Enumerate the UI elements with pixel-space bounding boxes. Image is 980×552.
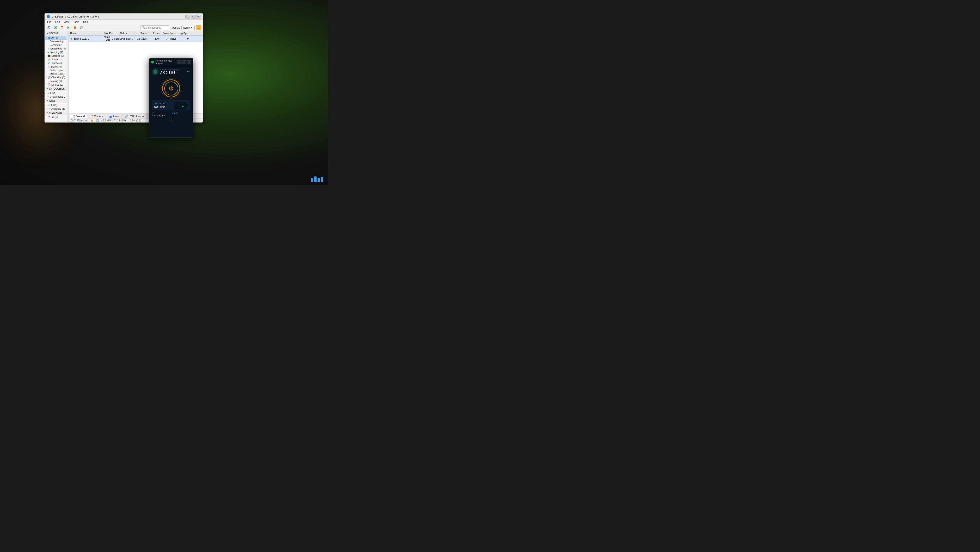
close-button[interactable]: ✕ bbox=[196, 15, 201, 19]
lock-button[interactable]: 🔒 bbox=[196, 25, 201, 30]
sidebar-item-tracker-all[interactable]: 📍All (1) bbox=[45, 115, 67, 119]
pia-map-location-dot bbox=[182, 106, 183, 107]
sidebar: ▼ STATUS 🔷All (1) ↓Downloading... ↑Seedi… bbox=[45, 31, 69, 122]
menu-tools[interactable]: Tools bbox=[72, 20, 80, 24]
sidebar-item-moving[interactable]: ↪Moving (0) bbox=[45, 79, 67, 83]
svg-text:P: P bbox=[155, 71, 156, 73]
resume-button[interactable] bbox=[65, 25, 72, 30]
sidebar-item-checking[interactable]: 🔄Checking (0) bbox=[45, 76, 67, 79]
svg-rect-7 bbox=[174, 102, 186, 109]
torrent-up-speed: 0 bbox=[178, 37, 190, 41]
sidebar-item-stopped[interactable]: ⬛Stopped (0) bbox=[45, 54, 67, 58]
menu-view[interactable]: View bbox=[63, 20, 70, 24]
bar-icon-1 bbox=[311, 178, 313, 182]
pia-window: Private Internet Access — □ ✕ P bbox=[149, 58, 193, 137]
progress-bar bbox=[111, 38, 111, 40]
sidebar-status-header[interactable]: ▼ STATUS bbox=[45, 31, 67, 36]
pia-server-chevron-icon: › bbox=[187, 104, 188, 107]
sidebar-item-completed[interactable]: ✓Completed (0) bbox=[45, 47, 67, 51]
sidebar-item-cat-all[interactable]: ≡All (1) bbox=[45, 91, 67, 95]
search-box: 🔍 bbox=[140, 26, 169, 30]
restore-button[interactable]: □ bbox=[191, 15, 196, 19]
svg-rect-4 bbox=[75, 26, 76, 29]
add-torrent-button[interactable] bbox=[52, 25, 58, 30]
torrent-name: ▼ gimp-2.10.3.... bbox=[69, 37, 102, 41]
fire-icon: 🔥 bbox=[90, 119, 93, 122]
bar-icon-4 bbox=[321, 177, 323, 182]
desktop: D: 3.6 MiB/s, U: 0 B/s | qBittorrent v5.… bbox=[0, 0, 328, 185]
sidebar-item-errored[interactable]: 🚫Errored (0) bbox=[45, 83, 67, 86]
pia-titlebar: Private Internet Access — □ ✕ bbox=[149, 58, 193, 66]
sidebar-item-inactive[interactable]: 💤Inactive (0) bbox=[45, 61, 67, 65]
pia-close-button[interactable]: ✕ bbox=[187, 61, 191, 64]
menu-bar: File Edit View Tools Help bbox=[45, 20, 203, 24]
table-row[interactable]: ▼ gimp-2.10.3.... 323.0 MiB 19.2% Downlo… bbox=[69, 35, 203, 42]
pia-power-area: ⏻ bbox=[162, 79, 180, 97]
sidebar-categories-header[interactable]: ▼ CATEGORIES bbox=[45, 86, 67, 91]
pia-brand-text: Private Internet ACCESS bbox=[160, 69, 180, 74]
remove-torrent-button[interactable] bbox=[59, 25, 65, 30]
pia-expand-button[interactable]: ⌄ bbox=[152, 117, 190, 124]
sidebar-item-tag-all[interactable]: 🏷All (1) bbox=[45, 104, 67, 107]
torrent-down-speed: 3.7 MiB/s bbox=[161, 37, 178, 41]
sidebar-trackers-header[interactable]: ▼ TRACKERS bbox=[45, 111, 67, 115]
pia-power-button[interactable]: ⏻ bbox=[164, 81, 178, 96]
pia-minimize-button[interactable]: — bbox=[177, 61, 181, 64]
pia-menu-button[interactable]: ⋯ bbox=[187, 70, 190, 73]
filter-by-select[interactable]: Name bbox=[181, 26, 194, 30]
sidebar-item-active[interactable]: ⚡Active (1) bbox=[45, 58, 67, 61]
sidebar-item-stalled-download[interactable]: ↓Stalled Dow... bbox=[45, 72, 67, 76]
sidebar-item-all[interactable]: 🔷All (1) bbox=[45, 36, 67, 40]
pia-logo-area: P Private Internet ACCESS ⋯ bbox=[152, 68, 190, 75]
filter-area: 🔍 Filter by: Name 🔒 bbox=[140, 25, 201, 30]
pia-brand-large: ACCESS bbox=[160, 71, 180, 74]
search-input[interactable] bbox=[146, 26, 170, 29]
pia-server-label: VPN SERVER bbox=[154, 103, 172, 105]
header-status[interactable]: Status bbox=[118, 31, 135, 35]
sidebar-item-tag-untagged[interactable]: 🏷Untagged (1) bbox=[45, 107, 67, 111]
torrent-size: 323.0 MiB bbox=[104, 36, 110, 41]
qbt-titlebar: D: 3.6 MiB/s, U: 0 B/s | qBittorrent v5.… bbox=[45, 13, 203, 20]
header-up-speed[interactable]: Up Sp... bbox=[178, 31, 190, 35]
settings-button[interactable] bbox=[78, 25, 84, 30]
header-down-speed[interactable]: Down Speed bbox=[161, 31, 178, 35]
tab-http-sources[interactable]: 🔗 HTTP Sources bbox=[122, 114, 147, 118]
filter-by-label: Filter by: bbox=[171, 26, 180, 29]
pia-vpn-ip-value: — bbox=[172, 115, 191, 117]
sidebar-item-downloading[interactable]: ↓Downloading... bbox=[45, 40, 67, 43]
refresh-button[interactable] bbox=[46, 25, 52, 30]
sidebar-item-cat-uncategorized[interactable]: ≡Uncategoriz... bbox=[45, 95, 67, 99]
tab-peers[interactable]: 👥 Peers bbox=[107, 114, 122, 118]
tab-general[interactable]: 📋 General bbox=[70, 114, 88, 118]
pia-vpn-ip-block: VPN IP — bbox=[172, 112, 191, 117]
pause-button[interactable] bbox=[72, 25, 78, 30]
header-peers[interactable]: Peers bbox=[149, 31, 161, 35]
sidebar-item-running[interactable]: ▶Running (1) bbox=[45, 51, 67, 54]
sidebar-item-stalled-upload[interactable]: ↑Stalled Uplo... bbox=[45, 69, 67, 72]
pia-power-ring: ⏻ bbox=[162, 79, 180, 97]
svg-rect-3 bbox=[74, 26, 75, 29]
tab-trackers[interactable]: 📍 Trackers bbox=[88, 114, 106, 118]
torrent-list-header: Name Size Progress Status Seeds Peers Do… bbox=[69, 31, 203, 35]
sidebar-tags-header[interactable]: ▼ TAGS bbox=[45, 99, 67, 104]
pia-title: Private Internet Access bbox=[155, 59, 177, 65]
pia-restore-button[interactable]: □ bbox=[182, 61, 186, 64]
torrent-seeds: 32 (1375) bbox=[135, 37, 149, 41]
dht-status: DHT: 355 nodes bbox=[71, 119, 88, 122]
upload-status: ↑ 0 B/s (0.8) bbox=[128, 119, 141, 122]
header-name[interactable]: Name bbox=[69, 31, 102, 35]
sidebar-item-seeding[interactable]: ↑Seeding (0) bbox=[45, 43, 67, 47]
svg-point-5 bbox=[81, 27, 82, 28]
header-size[interactable]: Size Progress bbox=[102, 31, 118, 35]
minimize-button[interactable]: — bbox=[185, 15, 190, 19]
desktop-taskbar-icons bbox=[311, 177, 323, 182]
pia-server-area[interactable]: VPN SERVER AU Perth › bbox=[152, 100, 190, 110]
pia-app-icon bbox=[151, 61, 154, 64]
bar-icon-2 bbox=[314, 177, 317, 182]
menu-file[interactable]: File bbox=[46, 20, 52, 24]
header-seeds[interactable]: Seeds bbox=[135, 31, 149, 35]
menu-edit[interactable]: Edit bbox=[54, 20, 61, 24]
sidebar-item-stalled[interactable]: ⚠Stalled (0) bbox=[45, 65, 67, 69]
pia-body: P Private Internet ACCESS ⋯ ⏻ bbox=[149, 66, 193, 137]
menu-help[interactable]: Help bbox=[82, 20, 90, 24]
